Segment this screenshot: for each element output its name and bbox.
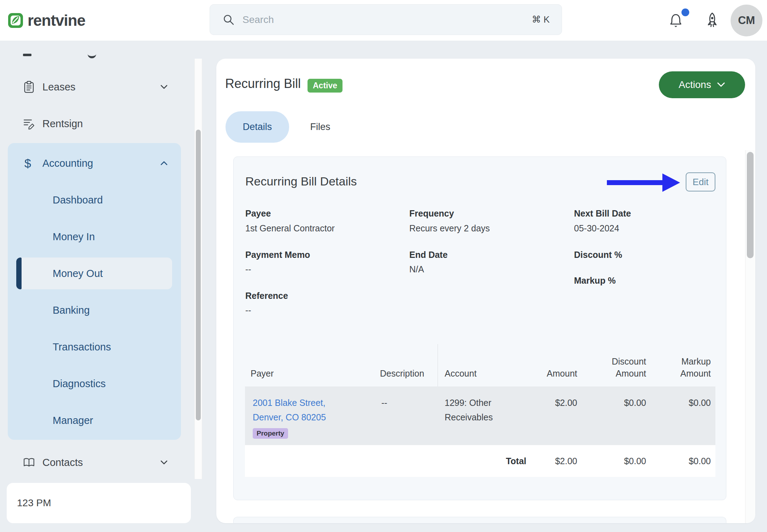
sidebar-scrollbar-track bbox=[194, 59, 202, 479]
sidebar-group-accounting: $ Accounting Dashboard Money In Money Ou… bbox=[8, 143, 181, 440]
field-value-payee: 1st General Contractor bbox=[245, 223, 335, 234]
rentvine-leaf-icon bbox=[7, 12, 24, 29]
tab-label: Details bbox=[243, 122, 272, 132]
search-input[interactable] bbox=[242, 14, 532, 26]
line-items-table: Payer Description Account Amount Discoun… bbox=[245, 343, 715, 477]
sidebar-item-money-in[interactable]: Money In bbox=[8, 221, 181, 253]
clock-text: 123 PM bbox=[17, 497, 51, 509]
sidebar-item-label: Accounting bbox=[42, 158, 93, 169]
chevron-down-icon bbox=[717, 82, 725, 88]
sidebar-item-dashboard[interactable]: Dashboard bbox=[8, 184, 181, 216]
field-label-reference: Reference bbox=[245, 290, 288, 301]
top-bar: rentvine ⌘ K C bbox=[0, 0, 767, 41]
total-discount-amount: $0.00 bbox=[582, 456, 651, 466]
global-search: ⌘ K bbox=[210, 4, 562, 35]
header-markup-amount: Markup Amount bbox=[651, 355, 715, 379]
edit-button[interactable]: Edit bbox=[686, 172, 715, 191]
sidebar-item-label: Contacts bbox=[42, 457, 83, 468]
sidebar-item-contacts[interactable]: Contacts bbox=[0, 447, 184, 478]
status-badge: Active bbox=[308, 79, 342, 93]
cell-account: 1299: Other Receivables bbox=[439, 396, 510, 445]
actions-label: Actions bbox=[679, 79, 711, 90]
field-label-payee: Payee bbox=[245, 208, 271, 219]
tab-files[interactable]: Files bbox=[301, 111, 339, 143]
sidebar-item-label: Money Out bbox=[16, 268, 103, 279]
avatar[interactable]: CM bbox=[731, 5, 762, 36]
cell-payer: 2001 Blake Street, Denver, CO 80205 Prop… bbox=[245, 396, 375, 445]
sidebar-item-label: Banking bbox=[53, 305, 90, 316]
total-markup-amount: $0.00 bbox=[651, 456, 715, 466]
notifications-button[interactable] bbox=[667, 0, 685, 41]
table-row: 2001 Blake Street, Denver, CO 80205 Prop… bbox=[245, 386, 715, 445]
dollar-icon: $ bbox=[24, 156, 36, 170]
property-badge: Property bbox=[253, 428, 288, 439]
field-value-end-date: N/A bbox=[409, 264, 424, 275]
sidebar-item-money-out[interactable]: Money Out bbox=[16, 258, 172, 289]
cell-discount-amount: $0.00 bbox=[582, 396, 651, 445]
header-text: Markup Amount bbox=[669, 355, 711, 379]
sidebar-item-label: Dashboard bbox=[53, 194, 103, 206]
document-pencil-icon bbox=[22, 117, 36, 130]
header-amount: Amount bbox=[509, 367, 582, 379]
sidebar-item-banking[interactable]: Banking bbox=[8, 294, 181, 326]
total-amount: $2.00 bbox=[526, 456, 582, 466]
recurring-bill-card: Recurring Bill Active Actions Details Fi… bbox=[216, 59, 755, 523]
annotation-arrow-head bbox=[662, 173, 680, 192]
table-header-row: Payer Description Account Amount Discoun… bbox=[245, 343, 715, 386]
sidebar: Leases Rentsign $ Accounting Dashboard bbox=[0, 41, 216, 532]
payer-link[interactable]: 2001 Blake Street, Denver, CO 80205 bbox=[253, 396, 341, 425]
page-title: Recurring Bill bbox=[225, 76, 301, 91]
actions-button[interactable]: Actions bbox=[659, 71, 745, 98]
content-scrollbar-thumb[interactable] bbox=[747, 152, 754, 258]
field-value-reference: -- bbox=[245, 305, 251, 316]
chevron-down-icon bbox=[159, 82, 169, 92]
section-title: Recurring Bill Details bbox=[245, 174, 357, 189]
selected-indicator-bar bbox=[16, 258, 22, 289]
search-icon bbox=[223, 14, 235, 26]
sidebar-item-label: Manager bbox=[53, 415, 93, 426]
field-label-next-bill-date: Next Bill Date bbox=[574, 208, 631, 219]
sidebar-item-label: Money In bbox=[53, 231, 95, 243]
annotation-arrow bbox=[607, 180, 662, 185]
clock-widget: 123 PM bbox=[7, 483, 191, 523]
sidebar-item-accounting[interactable]: $ Accounting bbox=[8, 147, 181, 179]
chevron-up-icon bbox=[159, 158, 169, 168]
sidebar-item-label: Rentsign bbox=[42, 118, 83, 130]
sidebar-item-leases[interactable]: Leases bbox=[0, 71, 184, 103]
tab-details[interactable]: Details bbox=[226, 111, 289, 143]
field-value-payment-memo: -- bbox=[245, 264, 251, 275]
tab-label: Files bbox=[310, 122, 330, 132]
partial-icon-fragment bbox=[23, 54, 31, 56]
field-label-frequency: Frequency bbox=[409, 208, 454, 219]
clipboard-icon bbox=[22, 80, 36, 94]
field-label-markup-pct: Markup % bbox=[574, 275, 616, 286]
next-section-preview bbox=[233, 517, 726, 523]
field-label-end-date: End Date bbox=[409, 249, 447, 260]
chevron-down-icon bbox=[159, 457, 169, 467]
field-label-payment-memo: Payment Memo bbox=[245, 249, 310, 260]
sidebar-scrollbar-thumb[interactable] bbox=[196, 130, 201, 420]
content-scrollbar-track bbox=[745, 150, 755, 523]
recurring-bill-details-section: Recurring Bill Details Edit Payee 1st Ge… bbox=[233, 156, 726, 500]
sidebar-item-diagnostics[interactable]: Diagnostics bbox=[8, 368, 181, 400]
sidebar-item-label: Diagnostics bbox=[53, 378, 106, 390]
notification-badge-dot bbox=[681, 8, 689, 16]
header-column-divider bbox=[438, 344, 438, 386]
header-account: Account bbox=[439, 367, 509, 379]
field-label-discount-pct: Discount % bbox=[574, 249, 622, 260]
header-description: Description bbox=[375, 367, 439, 379]
sidebar-item-manager[interactable]: Manager bbox=[8, 404, 181, 436]
header-text: Discount Amount bbox=[604, 355, 646, 379]
field-value-frequency: Recurs every 2 days bbox=[409, 223, 490, 234]
whats-new-button[interactable] bbox=[703, 0, 722, 41]
app-logo: rentvine bbox=[7, 0, 85, 41]
sidebar-item-rentsign[interactable]: Rentsign bbox=[0, 108, 184, 140]
sidebar-item-label: Transactions bbox=[53, 341, 111, 353]
search-shortcut: ⌘ K bbox=[532, 14, 550, 25]
field-value-next-bill-date: 05-30-2024 bbox=[574, 223, 619, 234]
header-payer: Payer bbox=[245, 367, 375, 379]
logo-text: rentvine bbox=[28, 12, 85, 29]
sidebar-item-transactions[interactable]: Transactions bbox=[8, 331, 181, 363]
app-root: rentvine ⌘ K C bbox=[0, 0, 767, 532]
header-discount-amount: Discount Amount bbox=[582, 355, 651, 379]
